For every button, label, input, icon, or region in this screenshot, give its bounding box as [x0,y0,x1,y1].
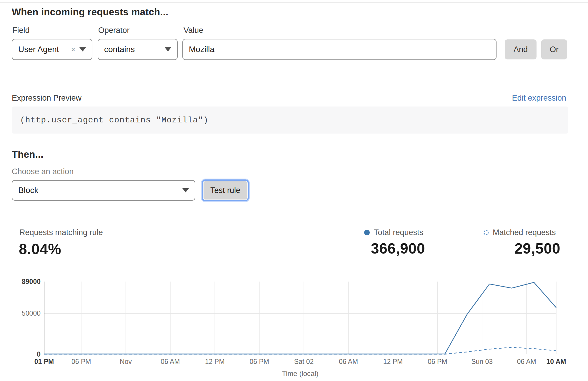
chevron-down-icon [182,188,189,192]
chevron-down-icon [79,47,86,51]
top-divider [0,2,588,3]
series-solid-line [44,282,556,354]
requests-time-series-chart: 0500008900001 PM06 PMNov06 AM12 PM06 PMS… [0,274,588,381]
y-tick-label: 89000 [22,278,41,285]
operator-label: Operator [98,26,130,35]
x-tick-label: Nov [120,358,132,365]
test-rule-button[interactable]: Test rule [203,181,248,200]
solid-dot-icon [364,230,370,235]
operator-select-value: contains [98,45,135,54]
requests-matching-value: 8.04% [19,241,61,258]
then-title: Then... [12,149,44,160]
rule-builder-page: When incoming requests match... Field Op… [0,0,588,381]
matched-requests-value: 29,500 [514,240,560,257]
x-tick-label: 12 PM [383,358,403,365]
x-tick-label: 10 AM [547,358,566,365]
field-label: Field [12,26,30,35]
y-tick-label: 50000 [22,310,41,317]
chevron-down-icon [165,47,171,51]
requests-matching-label: Requests matching rule [19,228,103,237]
x-tick-label: 06 PM [428,358,447,365]
x-tick-label: Sun 03 [471,358,493,365]
expression-code-block: (http.user_agent contains "Mozilla") [12,107,568,134]
x-tick-label: 06 AM [517,358,536,365]
choose-action-label: Choose an action [12,167,74,176]
y-tick-label: 0 [37,350,41,358]
total-requests-value: 366,900 [371,240,425,257]
edit-expression-link[interactable]: Edit expression [512,94,566,103]
action-select[interactable]: Block [12,180,195,201]
x-tick-label: Sat 02 [294,358,314,365]
action-select-value: Block [12,186,38,195]
expression-code: (http.user_agent contains "Mozilla") [12,116,209,125]
total-requests-label: Total requests [374,228,423,237]
legend-matched-requests[interactable]: Matched requests [484,228,556,237]
x-tick-label: 01 PM [34,358,54,365]
field-select[interactable]: User Agent × [12,39,92,60]
or-button[interactable]: Or [541,39,567,59]
field-select-value: User Agent [12,45,59,54]
and-button[interactable]: And [505,39,537,59]
x-tick-label: 06 AM [161,358,180,365]
page-title: When incoming requests match... [12,6,168,18]
x-tick-label: 06 PM [71,358,91,365]
operator-select[interactable]: contains [98,39,178,60]
dashed-circle-icon [484,230,489,235]
clear-icon[interactable]: × [71,46,75,53]
value-label: Value [184,26,203,35]
expression-preview-label: Expression Preview [12,94,81,103]
series-dashed-line [44,347,556,354]
x-tick-label: 06 PM [249,358,269,365]
x-axis-title: Time (local) [282,370,318,377]
matched-requests-label: Matched requests [493,228,556,237]
x-tick-label: 12 PM [205,358,224,365]
value-input[interactable] [182,39,497,60]
x-tick-label: 06 AM [339,358,358,365]
legend-total-requests[interactable]: Total requests [364,228,423,237]
